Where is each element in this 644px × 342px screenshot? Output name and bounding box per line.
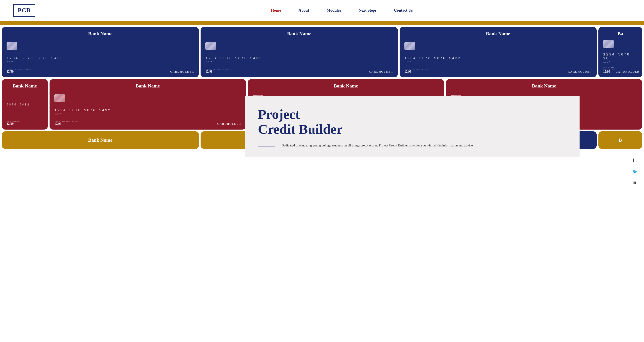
card-number-small: 1234 (6, 60, 194, 63)
card-number: 1234 5678 9876 5432 (206, 56, 393, 60)
card-number: 9876 5432 (6, 103, 43, 106)
card-bottom: VALID THRU MONTH/YEAR 12/99 CARDHOLDER (603, 66, 638, 74)
credit-card: Bank Name 9876 5432 MONTH/YEAR 12/99 (2, 79, 48, 130)
credit-card: Bank Name 1234 5678 9876 5432 1234 VALID… (2, 27, 199, 78)
card-number-small: 1234 (603, 60, 638, 63)
logo-text: PCB (18, 7, 31, 14)
nav-home[interactable]: Home (271, 8, 281, 13)
panel-divider-line (258, 146, 275, 146)
card-number-small: 1234 (54, 112, 241, 115)
card-chip (404, 42, 415, 50)
card-bottom: VALID THRU MONTH/YEAR 12/99 CARDHOLDER (54, 120, 241, 126)
credit-card: Bank Name 1234 5678 9876 5432 1234 VALID… (400, 27, 597, 78)
logo[interactable]: PCB (13, 4, 35, 17)
panel-description: Dedicated to educating young college stu… (282, 143, 472, 148)
card-number-small: 1234 (206, 60, 393, 63)
main-nav: Home About Modules Next Steps Contact Us (53, 8, 631, 13)
card-number: 1234 5678 9876 5432 (6, 56, 194, 60)
panel-divider-row: Dedicated to educating young college stu… (258, 143, 566, 148)
card-grid-section: Bank Name 1234 5678 9876 5432 1234 VALID… (0, 21, 644, 157)
card-bottom: VALID THRU MONTH/YEAR 12/99 CARDHOLDER (6, 68, 194, 74)
card-number-small: 1234 (404, 60, 592, 63)
card-chip (603, 40, 614, 48)
nav-contact[interactable]: Contact Us (394, 8, 413, 13)
card-chip (206, 42, 216, 50)
card-chip (6, 42, 17, 50)
site-header: PCB Home About Modules Next Steps Contac… (0, 0, 644, 21)
nav-about[interactable]: About (298, 8, 309, 13)
panel-title: Project Credit Builder (258, 107, 566, 136)
credit-card-gold: Bank Name (2, 131, 199, 149)
credit-card-gold: B (598, 131, 642, 149)
card-bottom: VALID THRU MONTH/YEAR 12/99 CARDHOLDER (404, 68, 592, 74)
card-bottom: VALID THRU MONTH/YEAR 12/99 CARDHOLDER (206, 68, 393, 74)
card-number: 1234 5678 98 (603, 52, 638, 60)
nav-next-steps[interactable]: Next Steps (358, 8, 376, 13)
card-row-1: Bank Name 1234 5678 9876 5432 1234 VALID… (0, 25, 644, 78)
card-chip (54, 94, 65, 102)
nav-modules[interactable]: Modules (326, 8, 341, 13)
card-number: 1234 5678 9876 5432 (54, 108, 241, 112)
credit-card: Bank Name 1234 5678 9876 5432 1234 VALID… (200, 27, 398, 78)
credit-card: Bank Name 1234 5678 9876 5432 1234 VALID… (50, 79, 246, 130)
overlay-panel: Project Credit Builder Dedicated to educ… (244, 96, 580, 157)
card-number: 1234 5678 9876 5432 (404, 56, 592, 60)
credit-card: Ba 1234 5678 98 1234 VALID THRU MONTH/YE… (598, 27, 642, 78)
card-bottom: MONTH/YEAR 12/99 (6, 120, 43, 126)
